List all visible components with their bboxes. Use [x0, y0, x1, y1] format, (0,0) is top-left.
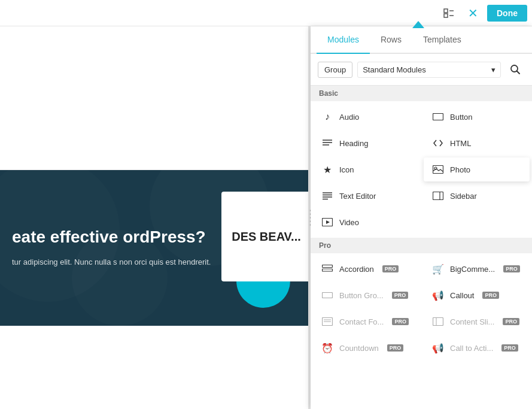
- button-group-pro-badge: PRO: [392, 292, 409, 299]
- module-bigcommerce[interactable]: 🛒 BigComme... PRO: [424, 257, 530, 281]
- svg-rect-13: [433, 166, 443, 174]
- button-icon: [432, 111, 444, 123]
- module-contact-form[interactable]: Contact Fo... PRO: [313, 310, 419, 334]
- svg-rect-1: [444, 14, 448, 17]
- bigcommerce-pro-badge: PRO: [503, 265, 520, 272]
- svg-rect-25: [323, 293, 333, 298]
- sidebar-label: Sidebar: [450, 192, 477, 201]
- module-content-slider[interactable]: Content Sli... PRO: [424, 310, 530, 334]
- heading-icon: [321, 137, 333, 149]
- countdown-pro-badge: PRO: [387, 344, 404, 352]
- callout-pro-badge: PRO: [482, 292, 499, 299]
- panel-triangle: [412, 21, 424, 28]
- card-title: DES BEAV...: [232, 229, 301, 244]
- html-icon: [432, 137, 444, 149]
- panel-tabs: Modules Rows Templates: [311, 26, 532, 54]
- filter-row: Group Standard Modules ▾: [311, 54, 532, 86]
- module-button-group[interactable]: Button Gro... PRO: [313, 283, 419, 307]
- button-label: Button: [450, 113, 473, 122]
- basic-modules-grid: ♪ Audio Button Heading HTML: [311, 101, 532, 238]
- module-countdown[interactable]: ⏰ Countdown PRO: [313, 336, 419, 360]
- section-header-basic: Basic: [311, 86, 532, 101]
- modules-panel: Modules Rows Templates Group Standard Mo…: [311, 26, 532, 409]
- svg-rect-0: [444, 9, 448, 13]
- module-audio[interactable]: ♪ Audio: [313, 105, 419, 129]
- content-slider-label: Content Sli...: [450, 317, 494, 326]
- callout-label: Callout: [450, 291, 474, 300]
- heading-label: Heading: [339, 139, 368, 148]
- text-editor-label: Text Editor: [339, 192, 376, 201]
- sidebar-icon: [432, 190, 444, 202]
- module-type-dropdown[interactable]: Standard Modules ▾: [357, 62, 501, 78]
- module-text-editor[interactable]: Text Editor: [313, 184, 419, 208]
- contact-form-label: Contact Fo...: [339, 317, 384, 326]
- module-call-to-action[interactable]: 📢 Call to Acti... PRO: [424, 336, 530, 360]
- button-group-icon: [321, 289, 333, 301]
- group-button[interactable]: Group: [318, 62, 352, 78]
- svg-line-8: [517, 71, 520, 74]
- done-button[interactable]: Done: [487, 5, 527, 22]
- tab-rows[interactable]: Rows: [370, 26, 412, 54]
- svg-rect-23: [323, 265, 333, 268]
- search-button[interactable]: [506, 60, 525, 79]
- accordion-pro-badge: PRO: [382, 265, 399, 272]
- white-section: [0, 26, 308, 170]
- accordion-icon: [321, 263, 333, 275]
- module-button[interactable]: Button: [424, 105, 530, 129]
- content-slider-pro-badge: PRO: [503, 318, 519, 325]
- countdown-icon: ⏰: [321, 342, 333, 354]
- accordion-label: Accordion: [339, 265, 374, 274]
- svg-rect-19: [433, 192, 443, 200]
- module-photo[interactable]: Photo: [424, 157, 530, 181]
- video-label: Video: [339, 218, 359, 227]
- tab-modules[interactable]: Modules: [317, 26, 370, 54]
- countdown-label: Countdown: [339, 344, 379, 353]
- module-sidebar[interactable]: Sidebar: [424, 184, 530, 208]
- button-group-label: Button Gro...: [339, 291, 384, 300]
- card-overlay: DES BEAV...: [221, 192, 311, 281]
- layout-icon[interactable]: [439, 4, 458, 23]
- bigcommerce-icon: 🛒: [432, 263, 444, 275]
- top-toolbar: ✕ Done: [0, 0, 532, 26]
- icon-label: Icon: [339, 165, 354, 174]
- module-heading[interactable]: Heading: [313, 131, 419, 155]
- video-icon: [321, 216, 333, 228]
- call-to-action-icon: 📢: [432, 342, 444, 354]
- module-callout[interactable]: 📢 Callout PRO: [424, 283, 530, 307]
- call-to-action-pro-badge: PRO: [501, 344, 518, 352]
- modules-list: Basic ♪ Audio Button Heading: [311, 86, 532, 409]
- section-header-pro: Pro: [311, 238, 532, 253]
- text-editor-icon: [321, 190, 333, 202]
- tab-templates[interactable]: Templates: [412, 26, 472, 54]
- close-icon[interactable]: ✕: [463, 4, 482, 23]
- html-label: HTML: [450, 139, 471, 148]
- callout-icon: 📢: [432, 289, 444, 301]
- module-icon[interactable]: ★ Icon: [313, 157, 419, 181]
- bigcommerce-label: BigComme...: [450, 265, 495, 274]
- audio-icon: ♪: [321, 111, 333, 123]
- module-html[interactable]: HTML: [424, 131, 530, 155]
- contact-form-icon: [321, 316, 333, 328]
- pro-modules-grid: Accordion PRO 🛒 BigComme... PRO Button G…: [311, 253, 532, 363]
- contact-form-pro-badge: PRO: [392, 318, 409, 325]
- icon-icon: ★: [321, 163, 333, 175]
- svg-rect-24: [323, 269, 333, 271]
- module-accordion[interactable]: Accordion PRO: [313, 257, 419, 281]
- svg-marker-22: [326, 220, 330, 224]
- svg-rect-29: [433, 318, 443, 326]
- photo-label: Photo: [450, 165, 470, 174]
- photo-icon: [432, 163, 444, 175]
- content-slider-icon: [432, 316, 444, 328]
- module-video[interactable]: Video: [313, 210, 419, 234]
- call-to-action-label: Call to Acti...: [450, 344, 493, 353]
- audio-label: Audio: [339, 113, 359, 122]
- svg-rect-9: [433, 114, 443, 120]
